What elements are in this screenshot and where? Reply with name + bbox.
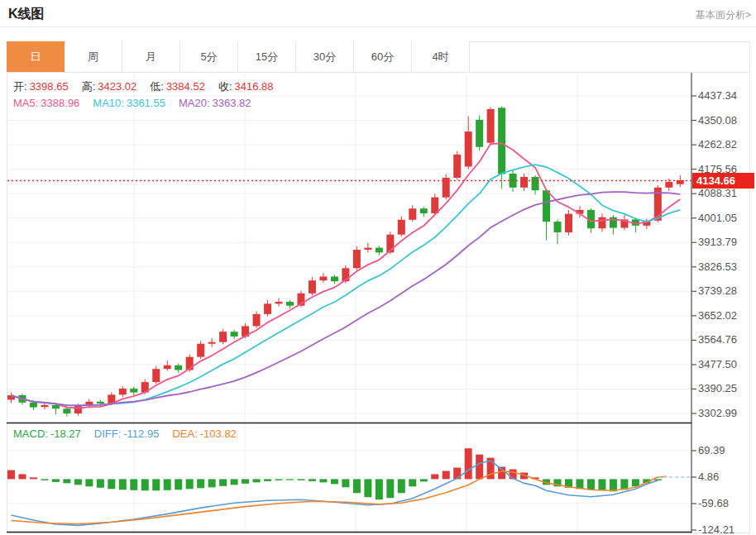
main-ytick-label: 4437.34 bbox=[698, 89, 751, 102]
fundamental-analysis-link[interactable]: 基本面分析> bbox=[696, 8, 751, 22]
main-ytick-label: 3564.76 bbox=[698, 333, 751, 346]
main-ytick-label: 4350.08 bbox=[698, 114, 751, 127]
header-divider bbox=[0, 26, 756, 27]
main-ytick-label: 3826.53 bbox=[698, 260, 751, 273]
timeframe-tabbar: 日周月5分15分30分60分4时 bbox=[7, 41, 750, 73]
main-ytick-label: 3302.99 bbox=[698, 407, 751, 419]
price-marker-value: 4134.66 bbox=[696, 174, 735, 187]
main-ytick-label: 3390.25 bbox=[698, 382, 751, 394]
main-ytick-label: 3652.02 bbox=[698, 309, 751, 322]
main-ytick-label: 4088.31 bbox=[698, 187, 751, 199]
main-ytick-label: 3739.28 bbox=[698, 284, 751, 297]
page-title: K线图 bbox=[8, 6, 45, 23]
tab-timeframe-2[interactable]: 周 bbox=[65, 41, 122, 72]
tab-timeframe-7[interactable]: 60分 bbox=[354, 41, 412, 72]
main-ytick-label: 4001.05 bbox=[698, 212, 751, 224]
tab-timeframe-8[interactable]: 4时 bbox=[412, 41, 470, 72]
price-marker-badge: 4134.66 bbox=[692, 173, 754, 189]
tab-timeframe-1[interactable]: 日 bbox=[7, 41, 65, 72]
macd-ytick-label: 4.86 bbox=[698, 471, 751, 483]
macd-ytick-label: -124.21 bbox=[698, 523, 751, 535]
main-ytick-label: 3477.50 bbox=[698, 358, 751, 370]
macd-ytick-label: -59.68 bbox=[698, 497, 751, 509]
tab-timeframe-3[interactable]: 月 bbox=[122, 41, 180, 72]
chart-plot-area[interactable] bbox=[7, 73, 691, 533]
tab-timeframe-4[interactable]: 5分 bbox=[180, 41, 238, 72]
macd-ytick-label: 69.39 bbox=[698, 444, 751, 456]
main-ytick-label: 3913.79 bbox=[698, 236, 751, 248]
tab-timeframe-6[interactable]: 30分 bbox=[296, 41, 354, 72]
main-ytick-label: 4262.82 bbox=[698, 138, 751, 150]
tab-timeframe-5[interactable]: 15分 bbox=[238, 41, 296, 72]
